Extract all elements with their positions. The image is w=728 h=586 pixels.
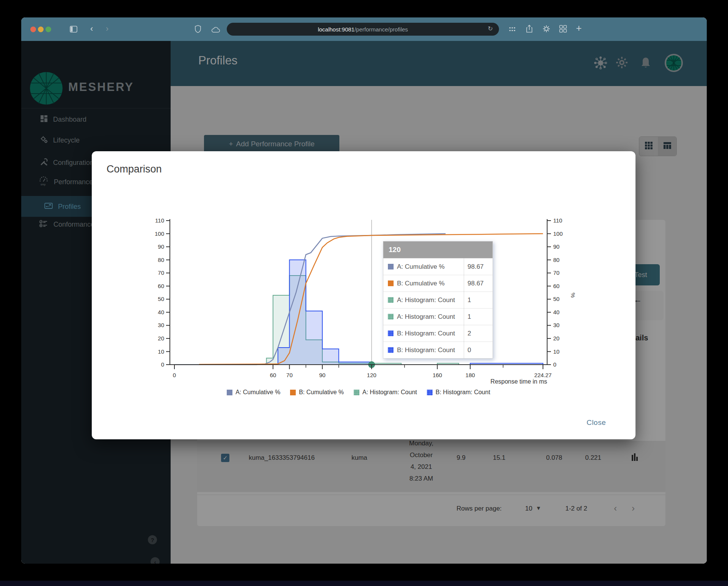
refresh-icon[interactable]: ↻ — [488, 25, 493, 32]
address-bar[interactable]: localhost:9081/performance/profiles ↻ — [227, 23, 499, 36]
taskbar-strip — [0, 581, 728, 586]
legend-item[interactable]: B: Cumulative % — [290, 389, 344, 396]
settings-gear-icon[interactable] — [542, 25, 551, 35]
url-path: /performance/profiles — [355, 26, 408, 33]
tooltip-row: B: Cumulative %98.67 — [383, 275, 493, 291]
legend-item[interactable]: A: Cumulative % — [227, 389, 280, 396]
tooltip-value: 1 — [464, 292, 493, 308]
modal-title: Comparison — [107, 163, 162, 175]
legend-swatch-icon — [427, 390, 433, 395]
tooltip-value: 98.67 — [464, 259, 493, 275]
tooltip-swatch-icon — [388, 297, 394, 303]
legend-label: A: Histogram: Count — [362, 389, 417, 396]
tooltip-swatch-icon — [388, 347, 394, 353]
tooltip-swatch-icon — [388, 264, 394, 269]
chart-legend: A: Cumulative %B: Cumulative %A: Histogr… — [170, 389, 547, 396]
close-window-button[interactable] — [30, 27, 36, 32]
cloud-icon[interactable] — [211, 26, 220, 35]
tooltip-value: 1 — [464, 309, 493, 325]
chart-tooltip: 120 A: Cumulative %98.67B: Cumulative %9… — [383, 241, 493, 359]
browser-chrome: ‹ › localhost:9081/performance/profiles … — [21, 17, 707, 41]
legend-item[interactable]: A: Histogram: Count — [354, 389, 417, 396]
tooltip-row: B: Histogram: Count2 — [383, 325, 493, 342]
back-icon[interactable]: ‹ — [90, 24, 93, 33]
screen: ‹ › localhost:9081/performance/profiles … — [0, 0, 728, 586]
url-host: localhost:9081 — [318, 26, 355, 33]
tooltip-label: A: Histogram: Count — [397, 313, 464, 321]
tooltip-label: B: Histogram: Count — [397, 346, 464, 354]
tooltip-swatch-icon — [388, 280, 394, 286]
tooltip-row: A: Histogram: Count1 — [383, 308, 493, 325]
tooltip-value: 0 — [464, 342, 493, 358]
new-tab-icon[interactable]: + — [576, 24, 582, 33]
legend-item[interactable]: B: Histogram: Count — [427, 389, 490, 396]
legend-swatch-icon — [290, 390, 296, 395]
minimize-window-button[interactable] — [38, 27, 44, 32]
zoom-window-button[interactable] — [46, 27, 51, 32]
legend-label: B: Cumulative % — [299, 389, 344, 396]
tooltip-label: B: Histogram: Count — [397, 330, 464, 337]
tooltip-label: A: Cumulative % — [397, 263, 464, 271]
extensions-dots-icon[interactable] — [509, 27, 516, 32]
close-button[interactable]: Close — [587, 418, 606, 427]
tab-overview-icon[interactable] — [559, 25, 567, 34]
tooltip-label: B: Cumulative % — [397, 280, 464, 287]
tooltip-value: 2 — [464, 325, 493, 342]
forward-icon[interactable]: › — [106, 24, 108, 33]
share-icon[interactable] — [526, 25, 533, 35]
tooltip-row: A: Cumulative %98.67 — [383, 258, 493, 275]
legend-swatch-icon — [354, 390, 359, 395]
tooltip-value: 98.67 — [464, 275, 493, 291]
tooltip-title: 120 — [383, 241, 493, 258]
legend-label: A: Cumulative % — [235, 389, 280, 396]
sidebar-toggle-icon[interactable] — [70, 25, 77, 34]
tooltip-swatch-icon — [388, 314, 394, 320]
legend-swatch-icon — [227, 390, 232, 395]
tooltip-swatch-icon — [388, 331, 394, 336]
tooltip-row: B: Histogram: Count0 — [383, 342, 493, 358]
legend-label: B: Histogram: Count — [436, 389, 490, 396]
shield-icon[interactable] — [195, 25, 201, 35]
tooltip-row: A: Histogram: Count1 — [383, 291, 493, 308]
comparison-modal: Comparison Close — [92, 151, 635, 439]
tooltip-label: A: Histogram: Count — [397, 296, 464, 304]
